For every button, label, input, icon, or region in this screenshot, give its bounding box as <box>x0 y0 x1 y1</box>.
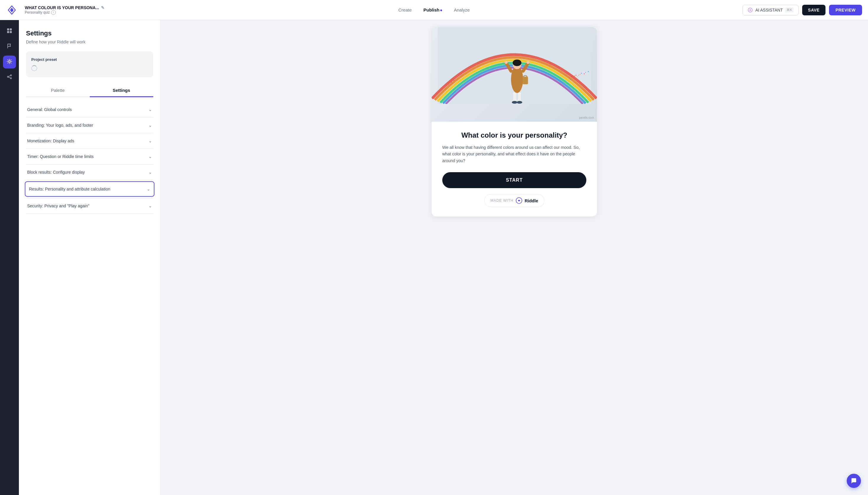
svg-rect-3 <box>7 31 9 33</box>
project-preset-box: Project preset <box>26 51 153 77</box>
svg-point-17 <box>569 78 570 78</box>
header: WHAT COLOUR IS YOUR PERSONA... ✎ Persona… <box>0 0 868 20</box>
tab-palette[interactable]: Palette <box>26 84 90 97</box>
svg-point-26 <box>588 71 589 72</box>
svg-point-27 <box>511 66 523 93</box>
svg-point-16 <box>584 73 585 74</box>
settings-description: Define how your Riddle will work <box>26 39 153 44</box>
share-icon <box>6 74 12 81</box>
quiz-image: pexels.com <box>432 27 597 122</box>
svg-point-34 <box>512 101 518 104</box>
accordion-block-results: Block results: Configure display ⌄ <box>26 165 153 180</box>
accordion-branding-header[interactable]: Branding: Your logo, ads, and footer ⌄ <box>26 118 153 133</box>
chevron-icon: ⌄ <box>149 138 152 143</box>
accordion-security: Security: Privacy and "Play again" ⌄ <box>26 198 153 214</box>
riddle-logo-icon <box>516 197 522 204</box>
header-actions: AI ASSISTANT ⌘K SAVE PREVIEW <box>743 5 862 15</box>
quiz-card: pexels.com What color is your personalit… <box>432 27 597 217</box>
svg-point-29 <box>513 59 521 66</box>
svg-rect-33 <box>518 92 521 102</box>
quiz-subtitle: Personality quiz i <box>25 10 738 15</box>
svg-point-25 <box>585 72 586 73</box>
sidebar-item-flag[interactable] <box>3 40 16 53</box>
ai-assistant-button[interactable]: AI ASSISTANT ⌘K <box>743 5 798 15</box>
preset-spinner <box>31 65 37 71</box>
svg-point-11 <box>453 80 455 81</box>
preview-button[interactable]: PREVIEW <box>829 5 862 15</box>
accordion-results: Results: Personality and attribute calcu… <box>26 181 153 198</box>
accordion-security-header[interactable]: Security: Privacy and "Play again" ⌄ <box>26 198 153 214</box>
svg-point-20 <box>578 75 579 75</box>
accordion-branding: Branding: Your logo, ads, and footer ⌄ <box>26 118 153 133</box>
nav-publish[interactable]: Publish <box>423 6 442 14</box>
accordion-general: General: Global controls ⌄ <box>26 102 153 118</box>
svg-point-23 <box>570 79 571 80</box>
edit-icon[interactable]: ✎ <box>101 5 105 10</box>
svg-point-35 <box>517 101 522 104</box>
svg-point-15 <box>579 74 580 75</box>
settings-panel: Settings Define how your Riddle will wor… <box>19 20 161 495</box>
keyboard-shortcut: ⌘K <box>785 7 793 12</box>
accordion-block-results-header[interactable]: Block results: Configure display ⌄ <box>26 165 153 180</box>
quiz-card-description: We all know that having different colors… <box>442 144 586 164</box>
start-button[interactable]: START <box>442 172 586 188</box>
chevron-icon: ⌄ <box>149 170 152 174</box>
svg-rect-36 <box>523 76 528 84</box>
main-nav: Create Publish Analyze <box>398 6 470 14</box>
svg-point-18 <box>452 83 453 84</box>
project-preset-label: Project preset <box>31 57 148 62</box>
svg-point-10 <box>451 81 452 83</box>
logo[interactable] <box>6 4 18 16</box>
nav-create[interactable]: Create <box>398 6 412 14</box>
svg-point-22 <box>577 76 578 77</box>
accordion-timer: Timer: Question or Riddle time limits ⌄ <box>26 149 153 165</box>
settings-title: Settings <box>26 30 153 37</box>
chevron-icon: ⌄ <box>147 187 150 191</box>
header-title-block: WHAT COLOUR IS YOUR PERSONA... ✎ Persona… <box>25 5 738 15</box>
svg-point-13 <box>571 76 573 78</box>
accordion-monetization: Monetization: Display ads ⌄ <box>26 133 153 149</box>
accordion-timer-header[interactable]: Timer: Question or Riddle time limits ⌄ <box>26 149 153 164</box>
made-with-badge: MADE WITH Riddle <box>484 194 544 207</box>
svg-point-24 <box>581 73 582 74</box>
riddle-brand-text: Riddle <box>525 198 538 203</box>
flag-icon <box>6 43 12 51</box>
quiz-card-title: What color is your personality? <box>442 131 586 139</box>
grid-icon <box>6 28 12 35</box>
chevron-icon: ⌄ <box>149 154 152 159</box>
made-with-text: MADE WITH <box>490 199 514 203</box>
tabs: Palette Settings <box>26 84 153 97</box>
save-button[interactable]: SAVE <box>802 5 826 15</box>
sidebar-item-share[interactable] <box>3 71 16 84</box>
accordion: General: Global controls ⌄ Branding: You… <box>26 102 153 214</box>
accordion-results-header[interactable]: Results: Personality and attribute calcu… <box>25 181 154 197</box>
quiz-title-header: WHAT COLOUR IS YOUR PERSONA... ✎ <box>25 5 738 10</box>
svg-point-5 <box>8 61 10 62</box>
settings-icon <box>6 58 12 66</box>
svg-point-21 <box>455 82 456 83</box>
chevron-icon: ⌄ <box>149 123 152 127</box>
image-credit: pexels.com <box>579 116 594 119</box>
main-layout: Settings Define how your Riddle will wor… <box>0 20 868 495</box>
svg-point-31 <box>526 61 530 64</box>
sidebar <box>0 20 19 495</box>
chat-button[interactable] <box>847 474 861 488</box>
sidebar-item-settings[interactable] <box>3 55 16 69</box>
publish-badge <box>440 10 442 11</box>
svg-point-19 <box>574 75 575 76</box>
preview-area: pexels.com What color is your personalit… <box>161 20 868 495</box>
nav-analyze[interactable]: Analyze <box>454 6 469 14</box>
svg-point-30 <box>505 61 508 64</box>
chevron-icon: ⌄ <box>149 107 152 112</box>
svg-rect-32 <box>513 92 516 102</box>
svg-rect-1 <box>7 28 9 30</box>
sidebar-item-grid[interactable] <box>3 25 16 38</box>
svg-point-12 <box>448 84 449 85</box>
accordion-general-header[interactable]: General: Global controls ⌄ <box>26 102 153 117</box>
tab-settings[interactable]: Settings <box>90 84 154 97</box>
info-icon[interactable]: i <box>51 10 56 15</box>
chevron-icon: ⌄ <box>149 204 152 208</box>
quiz-content: What color is your personality? We all k… <box>432 122 597 217</box>
svg-point-14 <box>575 75 577 76</box>
accordion-monetization-header[interactable]: Monetization: Display ads ⌄ <box>26 133 153 149</box>
